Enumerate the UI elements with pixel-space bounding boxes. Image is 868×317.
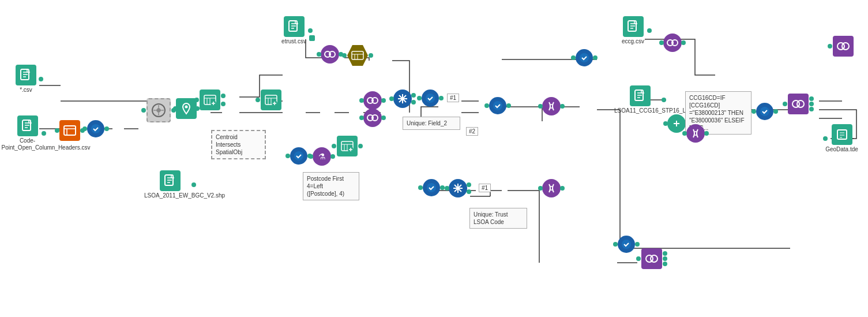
dna2[interactable] (685, 124, 706, 143)
reader-lsoa-shp-icon (160, 170, 181, 191)
table-node[interactable] (345, 45, 370, 66)
reader-eccg-node[interactable]: eccg.csv (617, 16, 649, 45)
check-circle3[interactable] (420, 89, 441, 107)
centroid-label: Centroid Intersects SpatialObj (216, 134, 242, 155)
green-plus1-icon (667, 114, 686, 133)
spatial-join-tool[interactable] (197, 89, 223, 110)
formula-purple1-icon: ⚗ (313, 147, 331, 166)
port-right (560, 186, 565, 191)
port-right (704, 131, 709, 136)
saw-tool[interactable] (144, 98, 173, 122)
join-eccg-icon (663, 33, 682, 52)
reader-etrust-node[interactable]: etrust.csv (278, 16, 310, 45)
unique-trust-box[interactable]: Unique: Trust LSOA Code (469, 208, 527, 229)
spatial-join2[interactable] (258, 89, 284, 110)
dna-lower[interactable] (541, 179, 562, 197)
snowflake1[interactable] (392, 89, 413, 108)
port-rt (467, 182, 471, 187)
unique-field2-box[interactable]: Unique: Field_2 (403, 117, 460, 130)
unique-trust-label: Unique: Trust LSOA Code (474, 211, 508, 225)
hash1b-label: #1 (479, 184, 491, 192)
table-icon (347, 45, 368, 66)
port-left (751, 109, 756, 114)
join-purple2-icon (363, 91, 382, 110)
check-formula-icon (756, 103, 773, 120)
join3[interactable] (335, 136, 360, 156)
reader-etrust-icon (284, 16, 305, 37)
svg-rect-2 (64, 126, 76, 135)
svg-text:⚗: ⚗ (318, 152, 326, 161)
union-lower[interactable] (639, 248, 664, 269)
port-r-bot (663, 262, 667, 266)
check-postcode[interactable] (421, 179, 442, 196)
port-r-mid (663, 256, 667, 261)
dna2-icon (686, 124, 705, 143)
check3-icon (422, 89, 439, 107)
svg-point-26 (580, 53, 589, 62)
reader-lsoa-shp[interactable]: LSOA_2011_EW_BGC_V2.shp (147, 170, 193, 199)
port-right (42, 131, 46, 136)
reader-csv1-icon (16, 65, 36, 85)
check-lower-right[interactable] (616, 236, 637, 253)
port-right (560, 104, 565, 109)
port-r-top (663, 251, 667, 256)
port-left (484, 103, 489, 108)
svg-rect-37 (837, 130, 847, 139)
postcode-label: Postcode First 4=Left ([Postcode], 4) (307, 176, 344, 197)
check-circle2[interactable] (288, 147, 309, 165)
port-r-mid (809, 102, 814, 106)
reader-csv1-node[interactable]: *.csv (12, 65, 40, 94)
reader-lsoa-csv-node[interactable]: LSOA11_CCG16_STP16_LAD16_EN_LU.csv (617, 85, 663, 114)
svg-point-5 (185, 106, 188, 109)
record-id-tool[interactable] (58, 120, 82, 141)
port-right (191, 182, 196, 187)
location-icon (176, 98, 197, 119)
unique-field2-label: Unique: Field_2 (407, 120, 447, 126)
green-plus1[interactable] (666, 114, 687, 133)
port-right2 (221, 102, 226, 106)
dna1-icon (542, 97, 561, 115)
port-right (773, 109, 778, 114)
svg-point-43 (651, 255, 657, 262)
port-left (613, 242, 618, 247)
dna1[interactable] (541, 97, 562, 115)
svg-point-40 (457, 187, 459, 189)
spatial-join2-icon (261, 89, 281, 110)
reader-lsoa-csv-icon (630, 85, 651, 106)
port-left (255, 98, 260, 102)
port-right (635, 242, 640, 247)
port-right (308, 28, 313, 33)
port-right (439, 96, 444, 100)
formula-purple1[interactable]: ⚗ (311, 147, 332, 166)
saw-icon (146, 98, 171, 122)
centroid-intersects-box[interactable]: Centroid Intersects SpatialObj (211, 130, 266, 159)
check-formula[interactable] (754, 103, 775, 120)
check-circle-top[interactable] (574, 49, 595, 66)
port-right-top (411, 93, 416, 98)
geodata-output[interactable]: GeoData.tde (826, 124, 858, 153)
check-circle4[interactable] (487, 97, 508, 114)
port-right (39, 77, 43, 81)
port-left (55, 128, 59, 133)
postcode-box[interactable]: Postcode First 4=Left ([Postcode], 4) (303, 172, 359, 200)
location-tool[interactable] (176, 98, 197, 119)
port-left (317, 52, 321, 57)
filter-check1[interactable] (85, 120, 106, 137)
geodata-icon (832, 124, 852, 145)
port-left (173, 106, 178, 111)
snowflake-lower[interactable] (448, 179, 468, 197)
port-left (359, 98, 364, 103)
svg-point-32 (760, 107, 769, 116)
port-right (104, 126, 109, 131)
join-eccg[interactable] (662, 33, 683, 52)
join-purple1[interactable] (320, 45, 340, 64)
output-writer-top[interactable] (831, 36, 856, 57)
join-purple2[interactable] (362, 91, 383, 110)
check2-icon (290, 147, 307, 165)
svg-point-36 (842, 43, 849, 50)
reader-csv2-node[interactable]: Code-Point_Open_Column_Headers.csv (12, 115, 43, 151)
join-purple3[interactable] (362, 109, 383, 127)
union-right-icon (788, 94, 809, 114)
port-right (369, 53, 373, 58)
union-right[interactable] (786, 94, 811, 114)
